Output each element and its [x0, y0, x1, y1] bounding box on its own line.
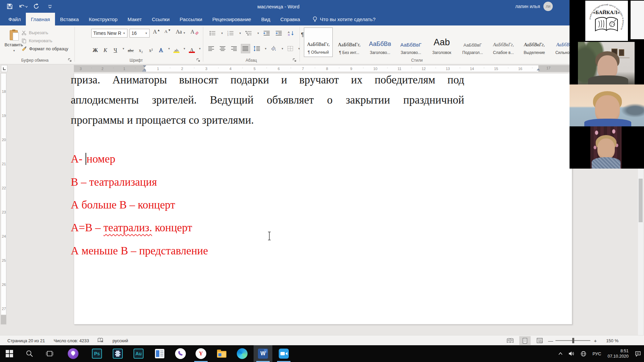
increase-indent-button[interactable]: [274, 28, 284, 38]
grow-font-button[interactable]: А▲: [153, 29, 160, 38]
tab-help[interactable]: Справка: [275, 13, 305, 25]
clear-formatting-button[interactable]: А: [191, 29, 199, 38]
tab-selector[interactable]: [1, 65, 7, 72]
first-line-indent-marker[interactable]: [143, 65, 146, 67]
line-spacing-button[interactable]: [252, 44, 262, 53]
underline-dropdown-arrow[interactable]: ▼: [122, 47, 125, 50]
font-dialog-launcher[interactable]: [196, 58, 201, 63]
word-count[interactable]: Число слов: 4233: [54, 338, 89, 343]
zoom-in-button[interactable]: +: [593, 338, 598, 344]
proofing-icon[interactable]: [98, 338, 104, 343]
file-explorer-button[interactable]: [212, 345, 231, 362]
webcam-tile-3[interactable]: [590, 126, 622, 169]
style-card-subtle-emphasis[interactable]: АаБбВвГг, Слабое в...: [489, 27, 518, 57]
input-language-indicator[interactable]: РУС: [589, 345, 604, 362]
bold-button[interactable]: Ж: [91, 44, 99, 53]
font-color-button[interactable]: А: [188, 44, 196, 53]
tab-layout[interactable]: Макет: [122, 13, 147, 25]
doc-viewer-button[interactable]: [150, 345, 169, 362]
style-card-normal[interactable]: АаБбВвГг, ¶ Обычный: [304, 27, 333, 57]
numbering-dropdown-arrow[interactable]: ▼: [239, 32, 241, 35]
search-button[interactable]: [20, 345, 39, 362]
style-card-heading1[interactable]: АаБбВв Заголово...: [366, 27, 394, 57]
account-avatar[interactable]: ли: [543, 2, 553, 11]
highlight-dropdown-arrow[interactable]: ▼: [183, 47, 186, 50]
align-center-button[interactable]: [218, 44, 227, 53]
audition-button[interactable]: Au: [129, 345, 148, 362]
tab-design[interactable]: Конструктор: [84, 13, 123, 25]
zoom-out-button[interactable]: —: [548, 338, 553, 344]
paragraph-line[interactable]: программы и прощается со зрителями.: [71, 114, 464, 126]
paragraph-line[interactable]: аплодисменты зрителей. Ведущий объявляет…: [71, 94, 464, 106]
sort-button[interactable]: АЯ: [286, 28, 296, 38]
webcam-tile-2[interactable]: [570, 84, 644, 126]
tab-insert[interactable]: Вставка: [55, 13, 84, 25]
style-card-intense-emphasis[interactable]: АаБбВвГ Сильное...: [551, 27, 570, 57]
network-button[interactable]: [578, 345, 589, 362]
bullets-dropdown-arrow[interactable]: ▼: [221, 32, 223, 35]
text-effects-dropdown-arrow[interactable]: ▼: [168, 47, 170, 50]
tray-expand-button[interactable]: [555, 345, 566, 362]
yandex-browser-button[interactable]: Y: [192, 345, 210, 362]
change-case-button[interactable]: Аа▼: [176, 29, 185, 38]
clock[interactable]: 8:51 07.10.2020: [604, 348, 632, 359]
left-indent-marker[interactable]: [143, 70, 146, 72]
clipboard-dialog-launcher[interactable]: [68, 58, 72, 63]
underline-button[interactable]: Ч: [111, 44, 119, 53]
vertical-scrollbar[interactable]: [638, 169, 643, 335]
partial-video-tile[interactable]: [631, 1, 644, 39]
viber-button[interactable]: [171, 345, 190, 362]
vertical-ruler[interactable]: 18192021222324252627: [1, 73, 6, 315]
style-card-emphasis[interactable]: АаБбВвГг, Выделение: [520, 27, 549, 57]
task-view-button[interactable]: [40, 345, 59, 362]
text-effects-button[interactable]: А: [157, 44, 165, 53]
tab-file[interactable]: Файл: [3, 13, 26, 25]
format-painter-button[interactable]: Формат по образцу: [21, 45, 68, 52]
shading-button[interactable]: [269, 44, 278, 53]
volume-button[interactable]: [566, 345, 578, 362]
cut-button[interactable]: Вырезать: [21, 29, 48, 36]
zoom-slider[interactable]: [555, 340, 590, 341]
paste-button[interactable]: Вставить ▼: [4, 28, 23, 60]
start-button[interactable]: [0, 345, 19, 362]
web-layout-button[interactable]: [534, 336, 545, 345]
style-card-heading2[interactable]: АаБбВвГ Заголово...: [396, 27, 425, 57]
tab-view[interactable]: Вид: [256, 13, 275, 25]
word-taskbar-button[interactable]: W: [254, 345, 272, 362]
red-line-1[interactable]: А- номер: [71, 153, 464, 165]
page-indicator[interactable]: Страница 20 из 21: [7, 338, 45, 343]
read-mode-button[interactable]: [504, 336, 516, 345]
tab-home[interactable]: Главная: [26, 13, 55, 25]
font-size-combobox[interactable]: 16▼: [129, 29, 150, 38]
bullets-button[interactable]: [208, 28, 217, 38]
numbering-button[interactable]: 123: [226, 28, 235, 38]
tab-mailings[interactable]: Рассылки: [175, 13, 207, 25]
language-indicator[interactable]: русский: [112, 338, 128, 343]
align-left-button[interactable]: [207, 44, 216, 53]
logo-tile[interactable]: учебно-методический центр культуры и иск…: [585, 1, 628, 41]
red-line-2[interactable]: В – театрализация: [71, 176, 464, 188]
red-line-5[interactable]: А меньше В – представление: [71, 245, 464, 257]
scrollbar-thumb[interactable]: [639, 179, 643, 222]
multilevel-list-button[interactable]: [244, 28, 254, 38]
print-layout-button[interactable]: [519, 336, 531, 345]
style-card-no-spacing[interactable]: АаБбВвГг, ¶ Без инт...: [335, 27, 364, 57]
font-color-dropdown-arrow[interactable]: ▼: [199, 47, 201, 50]
borders-button[interactable]: [286, 44, 295, 53]
photoshop-button[interactable]: Ps: [88, 345, 106, 362]
shading-dropdown-arrow[interactable]: ▼: [281, 47, 284, 50]
zoom-slider-handle[interactable]: [572, 338, 574, 343]
media-app-button[interactable]: [108, 345, 127, 362]
style-card-title[interactable]: Ааb Заголовок: [427, 27, 456, 57]
superscript-button[interactable]: x²: [147, 44, 155, 53]
subscript-button[interactable]: x₂: [137, 44, 145, 53]
font-name-combobox[interactable]: Times New R▼: [91, 29, 127, 38]
multilevel-dropdown-arrow[interactable]: ▼: [257, 32, 260, 35]
red-line-3[interactable]: А больше В – концерт: [71, 199, 464, 211]
horizontal-ruler[interactable]: 321 12345678910111213141516 17: [74, 65, 572, 72]
paragraph-line[interactable]: приза. Аниматоры выносят подарки и вруча…: [71, 74, 464, 86]
edge-button[interactable]: [233, 345, 252, 362]
tab-references[interactable]: Ссылки: [147, 13, 175, 25]
action-center-button[interactable]: [632, 345, 644, 362]
zoom-level[interactable]: 150 %: [603, 338, 619, 343]
